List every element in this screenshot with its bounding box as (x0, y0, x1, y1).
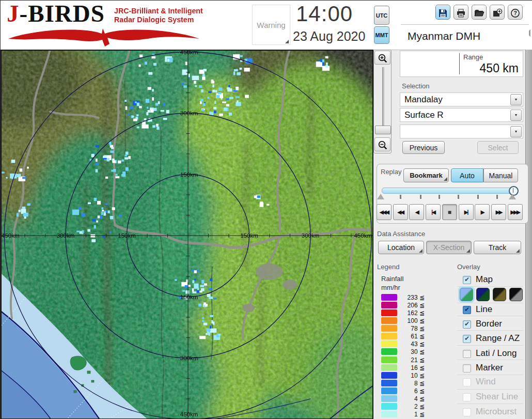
step-forward-button[interactable]: ▶| (459, 204, 474, 220)
rewind-fast-button[interactable]: ◀◀◀ (377, 204, 392, 220)
range-ring-label: 150km (180, 294, 198, 300)
overlay-row-wind: Wind (457, 376, 525, 390)
range-ring-label: 300km (57, 232, 75, 239)
logo-tagline-line1: JRC-Brilliant & Intelligent (114, 6, 203, 15)
legend-entry-label: 30 ≦ (400, 348, 425, 355)
terrain-layer: 150km150km150km150km300km300km300km300km… (1, 50, 373, 419)
range-ring-label: 150km (118, 232, 136, 239)
auto-mode-button[interactable]: Auto (451, 168, 483, 182)
help-button[interactable]: ? (508, 5, 523, 20)
magnifier-plus-icon (378, 53, 388, 64)
snapshot-add-icon (490, 8, 504, 18)
legend-entry-label: 43 ≦ (400, 340, 425, 348)
snapshot-add-button[interactable] (490, 5, 505, 20)
legend-color-swatch (381, 364, 397, 371)
legend-entry-label: 206 ≦ (400, 302, 425, 309)
print-button[interactable] (453, 5, 468, 20)
step-backward-button[interactable]: |◀ (426, 204, 441, 220)
legend-section-label: Legend (377, 263, 399, 271)
manual-mode-button[interactable]: Manual (483, 168, 518, 182)
timeline-tick (496, 195, 498, 199)
rewind-button[interactable]: ◀◀ (393, 204, 408, 220)
save-floppy-icon (436, 8, 450, 18)
legend-color-swatch (381, 372, 397, 379)
legend-title: Rainfall (381, 275, 403, 283)
legend-entry-label: 78 ≦ (400, 325, 425, 332)
mmt-button[interactable]: MMT (374, 26, 389, 44)
range-label: Range (463, 53, 483, 61)
track-button[interactable]: Track (474, 241, 521, 254)
svg-text:?: ? (513, 10, 517, 16)
legend-entry-label: 1 ≦ (400, 411, 425, 418)
legend-color-swatch (381, 348, 397, 355)
open-folder-button[interactable] (472, 5, 487, 20)
dropdown-product[interactable]: Surface R ▼ (400, 108, 523, 122)
forward-button[interactable]: ▶▶ (491, 204, 506, 220)
chevron-down-icon[interactable]: ▼ (510, 126, 522, 137)
map-style-swatch-terrain-olive[interactable] (493, 288, 506, 301)
legend-color-swatch (381, 317, 397, 324)
checkbox-unchecked (463, 408, 471, 416)
zoom-out-button[interactable] (374, 137, 390, 151)
range-ring-label: 300km (180, 355, 198, 361)
checkbox-checked[interactable]: ✔ (463, 276, 471, 284)
dropdown-site[interactable]: Mandalay ▼ (400, 92, 523, 106)
legend-entry-label: 16 ≦ (400, 364, 425, 371)
logo-tagline-line2: Radar Dialogic System (114, 15, 203, 24)
radar-map[interactable]: 150km150km150km150km300km300km300km300km… (1, 50, 373, 419)
forward-fast-button[interactable]: ▶▶▶ (508, 204, 523, 220)
range-divider (459, 53, 460, 74)
zoom-in-button[interactable] (374, 51, 390, 65)
replay-timeline-track[interactable] (382, 188, 514, 194)
map-style-swatch-terrain-gray[interactable] (509, 288, 523, 301)
range-ring-label: 450km (2, 232, 20, 239)
timeline-start-marker (377, 194, 384, 199)
play-forward-button[interactable]: ▶ (475, 204, 490, 220)
select-button[interactable]: Select (477, 141, 519, 154)
warning-button[interactable]: Warning (252, 5, 290, 45)
print-icon (454, 8, 468, 18)
checkbox-unchecked (463, 378, 471, 386)
jbirds-logo: J-BIRDS JRC-Brilliant & Intelligent Rada… (5, 2, 207, 48)
previous-button[interactable]: Previous (402, 141, 445, 154)
legend-color-swatch (381, 302, 397, 308)
checkbox-checked[interactable]: ✔ (463, 335, 471, 343)
stop-button[interactable]: ■ (442, 204, 457, 220)
timeline-tick (439, 195, 440, 199)
checkbox-unchecked (463, 393, 471, 401)
overlay-item-label: Border (476, 319, 502, 329)
overlay-item-label: Line (476, 304, 492, 315)
legend-color-swatch (381, 325, 397, 332)
zoom-slider-track[interactable] (382, 67, 384, 134)
bookmark-button[interactable]: Bookmark (403, 168, 449, 182)
chevron-down-icon[interactable]: ▼ (510, 110, 522, 121)
checkbox-checked[interactable]: ✔ (463, 320, 471, 329)
x-section-button[interactable]: X-Section (426, 241, 472, 254)
zoom-slider-handle[interactable] (375, 126, 391, 134)
checkbox-checked[interactable]: ✔ (463, 306, 471, 314)
overlay-item-label: Lati / Long (476, 348, 517, 359)
jbirds-app: J-BIRDS JRC-Brilliant & Intelligent Rada… (0, 0, 532, 419)
clock-time: 14:00 (296, 2, 373, 26)
map-style-swatch-terrain-color[interactable] (460, 288, 473, 301)
play-backward-button[interactable]: ◀ (409, 204, 424, 220)
map-style-swatch-terrain-dark-blue[interactable] (476, 288, 490, 301)
legend-color-swatch (381, 309, 397, 316)
save-floppy-button[interactable] (435, 5, 450, 20)
replay-label: Replay (381, 168, 401, 176)
range-panel: Range 450 km (400, 51, 523, 77)
legend-color-swatch (381, 411, 397, 417)
checkbox-unchecked[interactable] (463, 364, 471, 373)
overlay-row-lati-long: Lati / Long (457, 348, 525, 361)
utc-button[interactable]: UTC (374, 6, 389, 25)
station-title: Myanmar DMH (408, 30, 480, 42)
legend-units: mm/hr (381, 284, 400, 291)
legend-entry-label: 10 ≦ (400, 372, 425, 379)
magnifier-minus-icon (378, 140, 388, 150)
chevron-down-icon[interactable]: ▼ (510, 94, 522, 105)
range-value: 450 km (480, 61, 519, 75)
legend-entry-label: 8 ≦ (400, 380, 425, 387)
checkbox-unchecked[interactable] (463, 350, 471, 358)
location-button[interactable]: Location (378, 241, 424, 254)
dropdown-extra[interactable]: ▼ (400, 125, 523, 138)
